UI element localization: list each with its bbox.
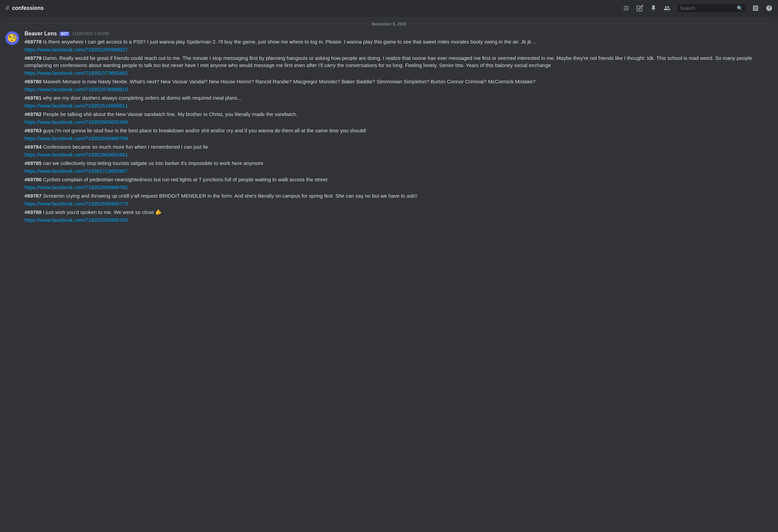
confession-link[interactable]: https://www.facebook.com/718352373655492	[25, 69, 773, 77]
confession-number: #69786	[25, 177, 43, 182]
confession-text: #69786 Cyclists complain of pedestrian n…	[25, 176, 773, 183]
avatar-emoji: 🧐	[7, 33, 17, 43]
confession-entry: #69781 why are my door dashers always co…	[25, 94, 773, 109]
confession-link[interactable]: https://www.facebook.com/718352646988798	[25, 135, 773, 142]
confession-text: #69784 Confessions became so much more f…	[25, 143, 773, 150]
titlebar: # confessions 🔍	[0, 0, 778, 16]
date-divider: November 6, 2023	[5, 16, 773, 29]
username: Beaver Lens	[25, 31, 57, 37]
hash-icon: #	[5, 4, 9, 12]
confession-number: #69778	[25, 39, 43, 45]
confession-entry: #69784 Confessions became so much more f…	[25, 143, 773, 158]
message-content: Beaver Lens BOT 11/06/2023 1:34 PM #6977…	[25, 31, 773, 225]
confession-number: #69780	[25, 79, 43, 84]
confession-entry: #69778 Is there anywhere I can get acces…	[25, 38, 773, 53]
confession-link[interactable]: https://www.facebook.com/718352896988773	[25, 200, 773, 207]
confession-text: #69779 Damn. Really would be great if fr…	[25, 54, 773, 69]
confession-link[interactable]: https://www.facebook.com/718352683655461	[25, 151, 773, 158]
confession-text: #69788 I just wish you'd spoken to me. W…	[25, 209, 773, 216]
channel-name: confessions	[12, 5, 44, 11]
confession-link[interactable]: https://www.facebook.com/718352256988837	[25, 46, 773, 53]
confession-entry: #69785 can we collectively stop letting …	[25, 160, 773, 174]
message-body: #69778 Is there anywhere I can get acces…	[25, 38, 773, 223]
confession-number: #69779	[25, 55, 43, 61]
search-input[interactable]	[680, 5, 735, 11]
confession-number: #69785	[25, 160, 43, 166]
channels-icon[interactable]	[623, 5, 630, 12]
confession-text: #69782 People be talking shit about the …	[25, 111, 773, 118]
avatar: 🧐	[5, 31, 19, 45]
message-header: Beaver Lens BOT 11/06/2023 1:34 PM	[25, 31, 773, 37]
message-group: 🧐 Beaver Lens BOT 11/06/2023 1:34 PM #69…	[5, 29, 773, 226]
timestamp: 11/06/2023 1:34 PM	[72, 31, 109, 36]
confession-text: #69785 can we collectively stop letting …	[25, 160, 773, 167]
confession-text: #69783 guys i'm not gonna lie stud four …	[25, 127, 773, 134]
inbox-icon[interactable]	[752, 5, 759, 12]
confession-number: #69784	[25, 144, 43, 150]
confession-number: #69781	[25, 95, 43, 101]
help-icon[interactable]	[766, 5, 773, 12]
confession-text: #69781 why are my door dashers always co…	[25, 94, 773, 101]
confession-link[interactable]: https://www.facebook.com/718352723655457	[25, 167, 773, 174]
confession-link[interactable]: https://www.facebook.com/718352936988769	[25, 216, 773, 223]
bot-badge: BOT	[60, 32, 69, 36]
confession-number: #69782	[25, 111, 43, 117]
search-icon: 🔍	[737, 5, 743, 11]
confession-link[interactable]: https://www.facebook.com/718352806988782	[25, 184, 773, 191]
confession-number: #69788	[25, 209, 43, 215]
confession-entry: #69782 People be talking shit about the …	[25, 111, 773, 126]
confession-link[interactable]: https://www.facebook.com/718352476988815	[25, 86, 773, 93]
confession-text: #69780 Maseeh Menace is now Nasty Nextie…	[25, 78, 773, 85]
messages-area: November 6, 2023 🧐 Beaver Lens BOT 11/06…	[0, 16, 778, 532]
confession-text: #69778 Is there anywhere I can get acces…	[25, 38, 773, 45]
confession-entry: #69786 Cyclists complain of pedestrian n…	[25, 176, 773, 191]
confession-text: #69787 Screamin crying and throwing up u…	[25, 192, 773, 199]
members-icon[interactable]	[664, 5, 670, 12]
titlebar-icons: 🔍	[623, 4, 773, 12]
confession-entry: #69783 guys i'm not gonna lie stud four …	[25, 127, 773, 142]
pin-icon[interactable]	[650, 5, 657, 12]
confession-link[interactable]: https://www.facebook.com/718352516988811	[25, 102, 773, 109]
confession-entry: #69788 I just wish you'd spoken to me. W…	[25, 209, 773, 223]
confession-number: #69787	[25, 193, 43, 199]
confession-entry: #69787 Screamin crying and throwing up u…	[25, 192, 773, 207]
confession-entry: #69779 Damn. Really would be great if fr…	[25, 54, 773, 77]
search-box[interactable]: 🔍	[677, 4, 745, 12]
confession-link[interactable]: https://www.facebook.com/718352603655469	[25, 118, 773, 126]
confession-number: #69783	[25, 128, 43, 133]
confession-entry: #69780 Maseeh Menace is now Nasty Nextie…	[25, 78, 773, 93]
edit-icon[interactable]	[636, 5, 643, 12]
